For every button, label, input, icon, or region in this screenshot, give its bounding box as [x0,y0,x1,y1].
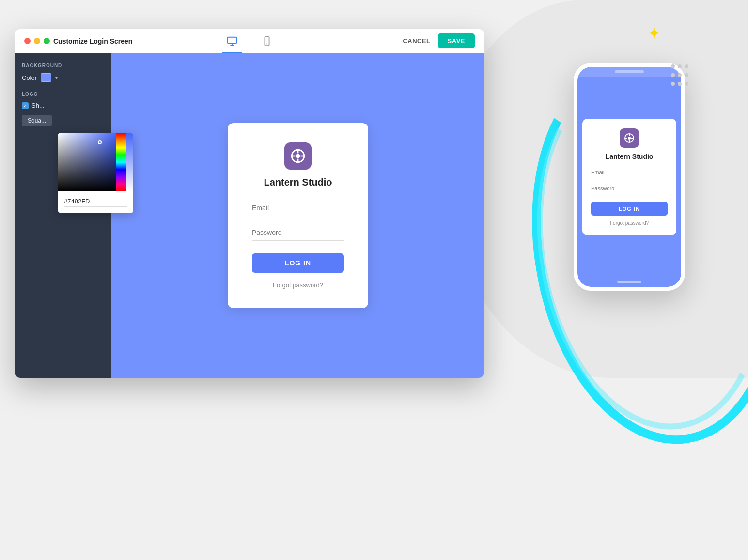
save-button[interactable]: SAVE [438,33,475,48]
shape-button[interactable]: Squa... [22,115,52,126]
desktop-login-card: Lantern Studio LOG IN Forgot password? [228,123,368,308]
phone-login-card: Lantern Studio LOG IN Forgot password? [582,119,676,235]
phone-logo-icon [620,128,639,148]
color-picker-popup[interactable] [58,133,133,213]
phone-home-indicator [577,277,681,287]
desktop-logo-icon [284,142,312,170]
alpha-slider[interactable] [126,133,133,191]
phone-content: Lantern Studio LOG IN Forgot password? [577,77,681,277]
dropdown-arrow-icon: ▾ [55,75,58,80]
minimize-button[interactable] [34,38,40,44]
nav-tabs [222,29,277,53]
browser-actions: CANCEL SAVE [403,33,475,48]
phone-forgot-link[interactable]: Forgot password? [610,220,649,226]
sidebar: BACKGROUND Color ▾ LOGO Sh... Squa... [15,53,111,378]
maximize-button[interactable] [44,38,50,44]
phone-notch [615,70,644,73]
svg-point-1 [628,137,631,140]
desktop-login-button[interactable]: LOG IN [252,253,344,273]
hex-input[interactable] [64,196,127,207]
desktop-email-input[interactable] [252,200,344,216]
color-swatch[interactable] [41,73,51,82]
phone-mockup: Lantern Studio LOG IN Forgot password? [574,63,685,291]
desktop-app-name: Lantern Studio [264,177,332,188]
preview-area: Lantern Studio LOG IN Forgot password? [111,53,484,378]
browser-chrome: Customize Login Screen CANCEL SAVE [15,29,484,53]
desktop-forgot-link[interactable]: Forgot password? [273,281,323,289]
color-picker-body [58,133,133,191]
show-logo-row: Sh... [22,102,104,109]
phone-login-button[interactable]: LOG IN [591,202,668,216]
show-logo-checkbox[interactable] [22,102,29,109]
phone-email-input[interactable] [591,167,668,178]
desktop-password-input[interactable] [252,225,344,241]
phone-notch-bar [577,67,681,77]
color-picker-cursor [98,140,102,144]
window-title: Customize Login Screen [53,37,132,45]
color-label: Color [22,74,37,81]
tab-desktop[interactable] [222,29,242,53]
phone-screen: Lantern Studio LOG IN Forgot password? [577,67,681,287]
phone-password-input[interactable] [591,183,668,194]
close-button[interactable] [24,38,31,44]
hue-slider[interactable] [116,133,126,191]
dots-decoration [670,63,690,89]
phone-app-name: Lantern Studio [606,153,654,160]
cancel-button[interactable]: CANCEL [403,37,430,45]
logo-section-label: LOGO [22,92,104,97]
background-section-label: BACKGROUND [22,63,104,68]
show-logo-label: Sh... [31,102,45,109]
star-icon: ✦ [648,24,661,43]
traffic-lights [24,38,50,44]
home-bar [617,281,641,283]
color-row: Color ▾ [22,73,104,82]
browser-content: BACKGROUND Color ▾ LOGO Sh... Squa... [15,53,484,378]
color-gradient-canvas[interactable] [58,133,116,191]
tab-mobile[interactable] [257,29,277,53]
svg-rect-6 [228,37,236,43]
svg-point-12 [296,154,300,158]
browser-window: Customize Login Screen CANCEL SAVE [15,29,484,378]
